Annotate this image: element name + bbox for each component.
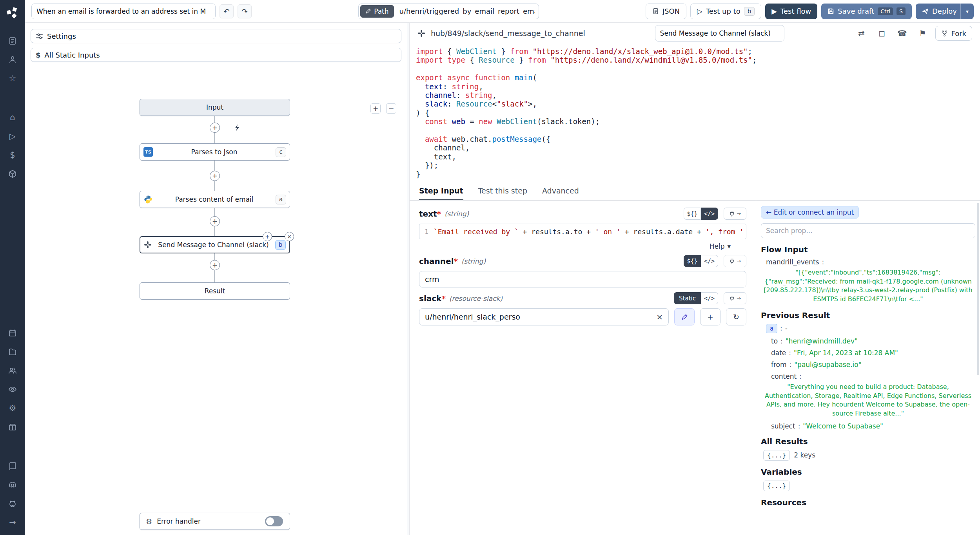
tab-step-input[interactable]: Step Input	[419, 182, 463, 200]
path-button[interactable]: Path	[360, 5, 394, 18]
discord-icon	[8, 481, 17, 489]
deploy-button[interactable]: Deploy ▾	[916, 4, 974, 19]
node-parses-content-of-email[interactable]: Parses content of email a	[140, 191, 290, 208]
play-outline-icon: ▷	[697, 7, 702, 15]
code-mode-button[interactable]: </>	[701, 208, 718, 220]
flow-name-input[interactable]	[31, 4, 216, 19]
error-handler-toggle[interactable]	[265, 516, 283, 526]
sidebar-item-schedules[interactable]	[4, 324, 21, 342]
text-expression-editor[interactable]: 1 `Email received by ` + results.a.to + …	[419, 224, 746, 239]
sidebar-item-folders[interactable]	[4, 342, 21, 361]
sidebar-item-discord[interactable]	[4, 475, 21, 494]
mode-toggle: ${} </>	[684, 255, 718, 267]
move-node-handle[interactable]: +	[263, 232, 272, 241]
save-draft-label: Save draft	[838, 7, 874, 15]
add-step-button-1[interactable]: +	[210, 123, 220, 133]
code-mode-button[interactable]: </>	[701, 255, 718, 267]
node-parses-to-json[interactable]: TS Parses to Json c	[140, 143, 290, 161]
template-mode-button[interactable]: ${}	[684, 255, 701, 267]
test-flow-label: Test flow	[780, 7, 811, 15]
sidebar-item-workers[interactable]	[4, 418, 21, 436]
connect-input-button[interactable]: →	[724, 255, 746, 267]
channel-input[interactable]	[419, 271, 746, 287]
flow-settings-button[interactable]: Settings	[31, 29, 401, 43]
sidebar-item-groups[interactable]	[4, 361, 21, 380]
phone-button[interactable]: ☎	[895, 26, 909, 41]
sidebar-item-home[interactable]: ⌂	[4, 108, 21, 127]
undo-button[interactable]: ↶	[220, 4, 234, 18]
sidebar-item-runs-play[interactable]: ▷	[4, 127, 21, 146]
zoom-in-button[interactable]: +	[370, 103, 381, 114]
trigger-bolt-icon[interactable]	[232, 123, 242, 133]
step-summary-input[interactable]	[655, 25, 784, 42]
add-step-button-2[interactable]: +	[210, 171, 220, 181]
sidebar-item-runs[interactable]	[4, 31, 21, 50]
sidebar-item-settings[interactable]: ⚙	[4, 399, 21, 418]
prop-row-a[interactable]: a : -	[761, 324, 975, 333]
variables-object-badge[interactable]: {...}	[763, 481, 790, 491]
sidebar-item-resources[interactable]	[4, 164, 21, 183]
prop-row-to[interactable]: to : "henri@windmill.dev"	[761, 337, 975, 345]
add-step-button-3[interactable]: +	[210, 216, 220, 226]
sidebar-collapse[interactable]: →	[4, 513, 21, 532]
code-mode-button[interactable]: </>	[701, 292, 718, 304]
template-mode-button[interactable]: ${}	[684, 208, 701, 220]
node-send-message-to-channel[interactable]: + × Send Message to Channel (slack) b	[140, 236, 290, 253]
plug-icon	[729, 295, 735, 302]
sync-button[interactable]: ⇄	[854, 26, 869, 41]
plug-icon	[729, 211, 735, 217]
prop-row-date[interactable]: date : "Fri, Apr 14, 2023 at 10:28 AM"	[761, 349, 975, 357]
sidebar-item-github[interactable]	[4, 494, 21, 513]
content-value[interactable]: "Everything you need to build a product:…	[763, 383, 973, 418]
connect-input-button[interactable]: →	[724, 208, 746, 220]
sidebar-item-audit[interactable]	[4, 380, 21, 399]
refresh-resource-button[interactable]: ↻	[726, 308, 746, 325]
all-results-object-badge[interactable]: {...}	[763, 450, 790, 461]
redo-button[interactable]: ↷	[238, 4, 252, 18]
edit-or-connect-button[interactable]: ← Edit or connect an input	[761, 206, 859, 219]
sidebar-item-docs[interactable]	[4, 457, 21, 475]
json-button[interactable]: JSON	[646, 4, 686, 19]
add-step-button-4[interactable]: +	[210, 260, 220, 270]
deploy-dropdown[interactable]: ▾	[960, 4, 974, 19]
static-mode-button[interactable]: Static	[674, 292, 701, 304]
prop-search-input[interactable]	[761, 223, 975, 238]
delete-node-button[interactable]: ×	[285, 232, 294, 241]
node-label: Parses content of email	[153, 195, 276, 203]
calendar-icon	[8, 329, 17, 337]
windmill-logo[interactable]	[4, 4, 21, 21]
node-result[interactable]: Result	[140, 282, 290, 300]
prop-row-subject[interactable]: subject : "Welcome to Supabase"	[761, 422, 975, 430]
node-error-handler[interactable]: ⚙ Error handler	[140, 513, 290, 530]
prop-row-content[interactable]: content :	[761, 372, 975, 380]
connect-input-button[interactable]: →	[724, 292, 746, 304]
path-input[interactable]	[396, 7, 539, 15]
sidebar-item-variables[interactable]: $	[4, 146, 21, 164]
all-static-inputs-label: All Static Inputs	[45, 51, 100, 59]
dollar-icon: $	[36, 51, 41, 59]
prop-row-mandrill[interactable]: mandrill_events :	[761, 258, 975, 266]
tab-advanced[interactable]: Advanced	[542, 182, 579, 200]
tab-test-this-step[interactable]: Test this step	[478, 182, 527, 200]
flag-button[interactable]: ⚑	[915, 26, 930, 41]
help-dropdown[interactable]: Help ▾	[419, 242, 746, 250]
hub-script-path[interactable]: hub/849/slack/send_message_to_channel	[431, 29, 585, 38]
prop-row-from[interactable]: from : "paul@supabase.io"	[761, 361, 975, 369]
node-input[interactable]: Input	[140, 99, 290, 116]
save-draft-button[interactable]: Save draft Ctrl S	[821, 4, 912, 19]
fork-button[interactable]: Fork	[935, 26, 972, 41]
slack-resource-input[interactable]: u/henri/henri_slack_perso ×	[419, 308, 669, 325]
maximize-button[interactable]: ◻	[874, 26, 889, 41]
add-resource-button[interactable]: +	[700, 308, 720, 325]
code-editor[interactable]: import { WebClient } from "https://deno.…	[410, 44, 980, 182]
test-flow-button[interactable]: ▶ Test flow	[765, 4, 817, 19]
scrollbar-thumb[interactable]	[977, 203, 979, 375]
mandrill-value[interactable]: "[{"event":"inbound","ts":1683819426,"ms…	[763, 268, 973, 304]
sidebar-item-user[interactable]	[4, 50, 21, 69]
sidebar-item-favorites[interactable]: ☆	[4, 69, 21, 88]
test-up-to-button[interactable]: ▷ Test up to b	[690, 4, 761, 19]
edit-resource-button[interactable]	[674, 308, 695, 325]
clear-resource-button[interactable]: ×	[656, 312, 663, 322]
all-static-inputs-button[interactable]: $ All Static Inputs	[31, 48, 401, 62]
zoom-out-button[interactable]: −	[386, 103, 396, 114]
